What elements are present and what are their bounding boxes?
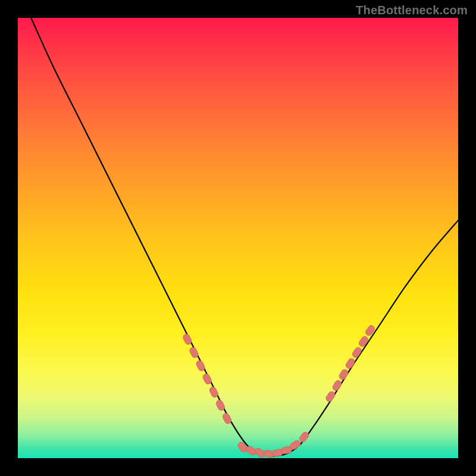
curve-marker — [358, 335, 369, 347]
curve-marker — [345, 357, 356, 369]
curve-marker — [364, 324, 375, 337]
curve-marker — [237, 441, 248, 453]
curve-marker — [331, 379, 343, 392]
curve-marker — [222, 412, 233, 425]
watermark-text: TheBottleneck.com — [356, 4, 468, 17]
curve-marker — [298, 431, 310, 443]
curve-marker — [325, 390, 336, 403]
bottleneck-curve — [31, 18, 458, 456]
curve-svg — [18, 18, 458, 458]
curve-marker — [338, 368, 349, 381]
chart-frame: TheBottleneck.com — [0, 0, 476, 476]
gradient-plot-area — [18, 18, 458, 458]
curve-marker — [351, 346, 362, 359]
curve-markers — [182, 324, 376, 458]
